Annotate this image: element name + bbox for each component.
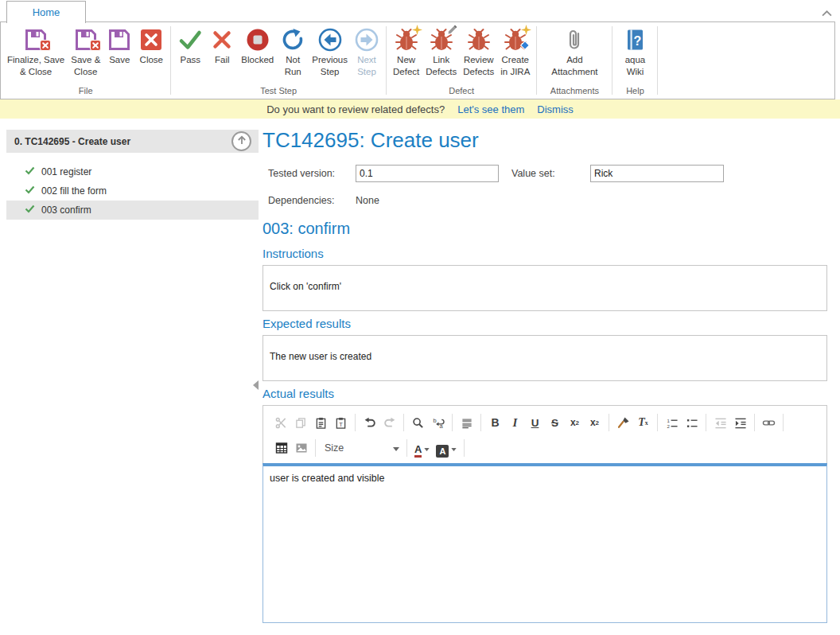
font-size-dropdown[interactable]: Size <box>320 438 402 458</box>
insert-image-icon[interactable] <box>291 438 311 458</box>
strikethrough-icon[interactable]: S <box>545 413 565 432</box>
step-label: 001 register <box>41 166 91 177</box>
tab-bar: Home <box>0 0 840 22</box>
step-label: 002 fill the form <box>41 185 107 197</box>
decrease-indent-icon[interactable] <box>710 413 730 432</box>
increase-indent-icon[interactable] <box>730 413 750 432</box>
save-button[interactable]: Save <box>103 25 135 66</box>
not-run-button[interactable]: NotRun <box>277 25 309 78</box>
toolbar-separator <box>355 414 356 431</box>
ribbon-group-help: ? aquaWiki Help <box>612 22 657 99</box>
panel-splitter-collapse[interactable] <box>253 380 259 390</box>
save-and-close-button[interactable]: Save &Close <box>68 25 103 78</box>
expected-results-label: Expected results <box>262 317 351 330</box>
collapse-ribbon-button[interactable] <box>822 6 832 20</box>
link-defects-button[interactable]: LinkDefects <box>422 25 460 78</box>
add-attachment-button[interactable]: AddAttachment <box>540 25 609 78</box>
sidebar-step-003[interactable]: 003 confirm <box>6 201 259 220</box>
sidebar-step-001[interactable]: 001 register <box>6 162 259 181</box>
close-badge-icon <box>90 40 101 54</box>
close-icon <box>138 27 164 53</box>
redo-icon[interactable] <box>379 413 399 432</box>
page-title: TC142695: Create user <box>262 128 479 153</box>
italic-icon[interactable]: I <box>505 413 525 432</box>
chevron-down-icon <box>393 442 399 454</box>
actual-results-text: user is created and visible <box>270 473 385 484</box>
test-step-sidebar: 0. TC142695 - Create user 001 register 0… <box>6 130 259 220</box>
background-color-button[interactable]: A <box>433 438 460 458</box>
finalize-save-close-button[interactable]: Finalize, Save& Close <box>4 25 68 78</box>
test-case-header-label: 0. TC142695 - Create user <box>14 136 130 147</box>
underline-icon[interactable]: U <box>525 413 545 432</box>
pencil-badge-icon <box>447 24 457 38</box>
text-color-button[interactable]: A <box>411 438 433 458</box>
value-set-input[interactable] <box>590 165 724 182</box>
copy-icon[interactable] <box>291 413 311 432</box>
review-defects-button[interactable]: ReviewDefects <box>460 25 497 78</box>
text-block-icon[interactable] <box>457 413 476 432</box>
tested-version-label: Tested version: <box>268 168 335 179</box>
notification-text: Do you want to review related defects? <box>266 103 445 115</box>
fail-button[interactable]: Fail <box>206 25 238 66</box>
wiki-book-icon: ? <box>622 27 648 53</box>
save-icon <box>23 27 49 53</box>
next-step-button[interactable]: NextStep <box>351 25 383 78</box>
sidebar-step-002[interactable]: 002 fill the form <box>6 181 259 201</box>
expected-results-box: The new user is created <box>262 335 827 381</box>
bulleted-list-icon[interactable] <box>682 413 702 432</box>
create-in-jira-button[interactable]: Createin JIRA <box>497 25 533 78</box>
numbered-list-icon[interactable]: 12 <box>662 413 682 432</box>
bold-icon[interactable]: B <box>485 413 505 432</box>
lets-see-them-link[interactable]: Let's see them <box>457 103 524 115</box>
diamond-badge-icon <box>519 40 531 54</box>
new-defect-button[interactable]: NewDefect <box>390 25 422 78</box>
tab-home[interactable]: Home <box>6 1 86 23</box>
paste-icon[interactable] <box>311 413 331 432</box>
link-icon[interactable] <box>759 413 779 432</box>
test-case-header-row[interactable]: 0. TC142695 - Create user <box>6 130 259 153</box>
toolbar-separator <box>754 414 755 431</box>
toolbar-separator <box>609 414 609 431</box>
tab-home-label: Home <box>33 6 60 18</box>
actual-results-label: Actual results <box>262 387 334 400</box>
blocked-button[interactable]: Blocked <box>238 25 277 66</box>
undo-icon[interactable] <box>360 413 379 432</box>
ribbon-group-file: Finalize, Save& Close Save &Close Save <box>1 22 170 99</box>
editor-toolbar-row-1: T ba B I U S x2 x2 <box>271 410 819 435</box>
svg-text:1: 1 <box>667 417 670 423</box>
find-icon[interactable] <box>408 413 428 432</box>
insert-table-icon[interactable] <box>271 438 291 458</box>
group-label-help: Help <box>612 86 657 99</box>
cut-icon[interactable] <box>271 413 291 432</box>
editor-toolbar: T ba B I U S x2 x2 <box>262 405 827 463</box>
actual-results-editor: T ba B I U S x2 x2 <box>262 405 827 623</box>
previous-arrow-icon <box>317 27 343 53</box>
aqua-wiki-button[interactable]: ? aquaWiki <box>616 25 654 78</box>
pass-button[interactable]: Pass <box>174 25 206 66</box>
scroll-to-top-button[interactable] <box>231 131 251 151</box>
dismiss-link[interactable]: Dismiss <box>537 103 574 115</box>
bug-icon <box>466 27 492 53</box>
format-painter-icon[interactable] <box>613 413 633 432</box>
paste-plain-text-icon[interactable]: T <box>331 413 351 432</box>
save-icon <box>107 27 132 53</box>
previous-step-button[interactable]: PreviousStep <box>309 25 351 78</box>
toolbar-separator <box>657 414 658 431</box>
actual-results-text-area[interactable]: user is created and visible <box>262 463 827 623</box>
close-button[interactable]: Close <box>135 25 167 66</box>
instructions-text: Click on 'confirm' <box>270 281 341 292</box>
tested-version-input[interactable] <box>356 165 499 182</box>
toolbar-separator <box>464 439 465 457</box>
toolbar-separator <box>406 439 407 457</box>
remove-format-icon[interactable]: Tx <box>633 413 653 432</box>
step-passed-check-icon <box>25 185 35 197</box>
step-passed-check-icon <box>25 166 35 177</box>
replace-icon[interactable]: ba <box>428 413 448 432</box>
pass-check-icon <box>177 27 203 53</box>
bug-link-icon <box>429 27 454 53</box>
ribbon-group-defect: NewDefect LinkDefects ReviewDefects <box>387 22 536 99</box>
subscript-icon[interactable]: x2 <box>565 413 585 432</box>
value-set-label: Value set: <box>511 168 555 179</box>
superscript-icon[interactable]: x2 <box>585 413 605 432</box>
group-label-defect: Defect <box>387 86 536 99</box>
